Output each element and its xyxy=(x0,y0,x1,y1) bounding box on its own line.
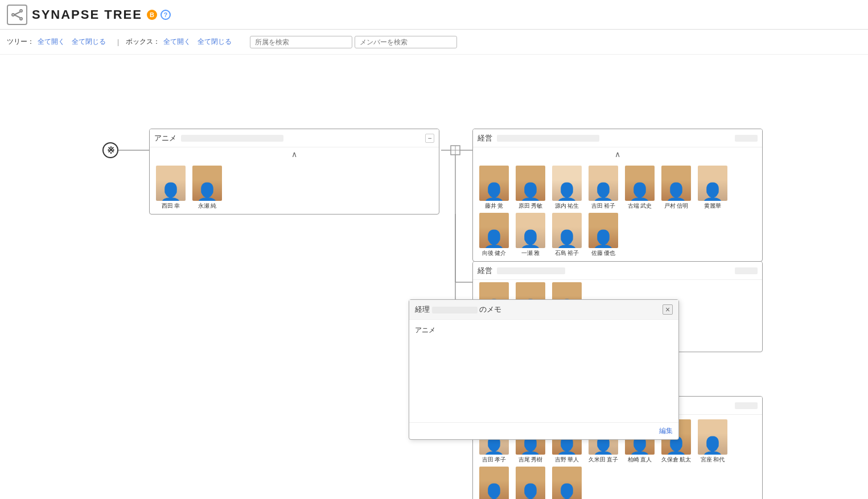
node-anime-members: 西田 幸 永瀬 純 xyxy=(150,161,439,214)
svg-point-1 xyxy=(20,10,22,12)
member-ichinose-photo[interactable] xyxy=(516,213,545,248)
member-yoshida-y: 吉田 裕子 xyxy=(587,166,620,209)
member-nagase-name: 永瀬 純 xyxy=(198,203,217,209)
member-kogo: 向後 健介 xyxy=(478,213,511,257)
member-kondo: 近藤 和也 xyxy=(550,467,583,499)
member-ishijima-photo[interactable] xyxy=(552,213,582,248)
member-ishijima: 石島 裕子 xyxy=(550,213,583,257)
svg-line-3 xyxy=(14,12,20,15)
member-yoshida-y-photo[interactable] xyxy=(589,166,618,201)
member-yoshio-name: 吉尾 秀樹 xyxy=(519,456,543,463)
member-ko-photo[interactable] xyxy=(698,166,727,201)
member-harada-photo[interactable] xyxy=(516,166,545,201)
member-miyaza-name: 宮座 和代 xyxy=(701,456,725,463)
member-nishida: 西田 幸 xyxy=(154,166,187,209)
node-keiei2-header: 経営 xyxy=(473,262,762,280)
node-keiei1-arrow[interactable]: ∧ xyxy=(473,147,762,161)
root-marker: ※ xyxy=(102,142,118,158)
member-miyaza: 宮座 和代 xyxy=(696,419,729,463)
app-title: SYNAPSE TREE xyxy=(32,7,142,22)
member-kohata: 古端 武史 xyxy=(623,166,656,209)
memo-title: 経理 のメモ xyxy=(415,304,663,315)
member-nagase: 永瀬 純 xyxy=(191,166,224,209)
member-kumeda-name: 久米田 直子 xyxy=(589,456,619,463)
member-tomura: 戸村 信明 xyxy=(660,166,693,209)
memo-edit-button[interactable]: 編集 xyxy=(659,426,673,436)
member-kubosaku-name: 久保倉 航太 xyxy=(661,456,692,463)
member-kogo-name: 向後 健介 xyxy=(482,250,507,257)
member-kohata-photo[interactable] xyxy=(625,166,655,201)
root-symbol: ※ xyxy=(107,145,114,156)
tree-expand-button[interactable]: 全て開く xyxy=(38,37,65,47)
memo-popup: 経理 のメモ × アニメ 編集 xyxy=(409,299,679,440)
member-kondo-photo[interactable] xyxy=(552,467,582,499)
member-gennai-name: 源内 祐生 xyxy=(555,203,579,209)
memo-close-button[interactable]: × xyxy=(663,304,673,315)
box-collapse-button[interactable]: 全て閉じる xyxy=(198,37,232,47)
node-anime-collapse[interactable]: − xyxy=(425,134,434,143)
node-anime: アニメ − ∧ 西田 幸 永瀬 純 xyxy=(149,129,439,215)
member-kashiwazaki-name: 柏崎 直人 xyxy=(628,456,652,463)
member-ko-name: 黄麗華 xyxy=(704,203,721,209)
member-gennai-photo[interactable] xyxy=(552,166,582,201)
box-expand-button[interactable]: 全て開く xyxy=(163,37,191,47)
member-nagase-photo[interactable] xyxy=(192,166,222,201)
node-anime-arrow[interactable]: ∧ xyxy=(150,147,439,161)
member-ishijima-name: 石島 裕子 xyxy=(555,250,579,257)
app-logo xyxy=(7,5,27,25)
tree-collapse-button[interactable]: 全て閉じる xyxy=(72,37,106,47)
member-miyamoto: 宮本 幸太郎 xyxy=(478,467,511,499)
memo-row-1: アニメ xyxy=(415,325,673,335)
node-keiei1-blurred xyxy=(497,135,599,142)
member-tomura-photo[interactable] xyxy=(661,166,691,201)
member-miyaza-photo[interactable] xyxy=(698,419,727,455)
memo-header: 経理 のメモ × xyxy=(409,300,678,320)
svg-point-2 xyxy=(20,18,22,20)
header: SYNAPSE TREE B ? xyxy=(0,0,868,30)
toolbar: ツリー： 全て開く 全て閉じる | ボックス： 全て開く 全て閉じる xyxy=(0,30,868,55)
tree-label: ツリー： xyxy=(7,37,34,47)
node-keiei3-blurred xyxy=(735,402,758,409)
member-hashimoto-photo[interactable] xyxy=(516,467,545,499)
member-harada-name: 原田 秀敏 xyxy=(519,203,543,209)
box-label: ボックス： xyxy=(126,37,160,47)
node-keiei1-header: 経営 xyxy=(473,129,762,147)
member-nishida-name: 西田 幸 xyxy=(162,203,180,209)
node-keiei2-blurred2 xyxy=(735,267,758,274)
member-yoshida-t-name: 吉田 孝子 xyxy=(482,456,507,463)
member-sato-name: 佐藤 優也 xyxy=(591,250,616,257)
member-fujii-photo[interactable] xyxy=(479,166,509,201)
member-tomura-name: 戸村 信明 xyxy=(664,203,689,209)
toolbar-separator: | xyxy=(117,38,119,46)
node-keiei1-title: 経営 xyxy=(478,133,492,143)
search-member-input[interactable] xyxy=(355,36,457,48)
help-icon[interactable]: ? xyxy=(161,10,171,20)
member-gennai: 源内 祐生 xyxy=(550,166,583,209)
search-affiliation-input[interactable] xyxy=(250,36,352,48)
memo-row1-label: アニメ xyxy=(415,325,438,335)
beta-badge: B xyxy=(147,10,157,20)
member-kogo-photo[interactable] xyxy=(479,213,509,248)
node-keiei1: 経営 ∧ 藤井 覚 原田 秀敏 源内 祐生 吉田 裕子 xyxy=(472,129,763,262)
member-miyamoto-photo[interactable] xyxy=(479,467,509,499)
svg-line-4 xyxy=(14,15,20,18)
member-ko: 黄麗華 xyxy=(696,166,729,209)
node-keiei2-blurred xyxy=(497,267,565,274)
svg-rect-9 xyxy=(451,146,460,155)
memo-title-blurred xyxy=(432,307,478,314)
memo-title-prefix: 経理 xyxy=(415,305,430,314)
node-keiei1-members: 藤井 覚 原田 秀敏 源内 祐生 吉田 裕子 古端 武史 戸村 信明 xyxy=(473,161,762,261)
member-fujii-name: 藤井 覚 xyxy=(485,203,504,209)
node-anime-title: アニメ xyxy=(154,133,176,143)
member-fujii: 藤井 覚 xyxy=(478,166,511,209)
member-harada: 原田 秀敏 xyxy=(514,166,547,209)
member-sato-photo[interactable] xyxy=(589,213,618,248)
member-yoshino-name: 吉野 華人 xyxy=(555,456,579,463)
member-yoshida-y-name: 吉田 裕子 xyxy=(591,203,616,209)
svg-point-0 xyxy=(12,14,14,16)
member-hashimoto: 橋本 一仁 xyxy=(514,467,547,499)
member-nishida-photo[interactable] xyxy=(156,166,186,201)
member-ichinose-name: 一瀬 雅 xyxy=(521,250,540,257)
canvas: ※ アニメ − ∧ 西田 幸 永瀬 純 経営 ∧ xyxy=(0,55,868,499)
memo-footer: 編集 xyxy=(409,422,678,439)
